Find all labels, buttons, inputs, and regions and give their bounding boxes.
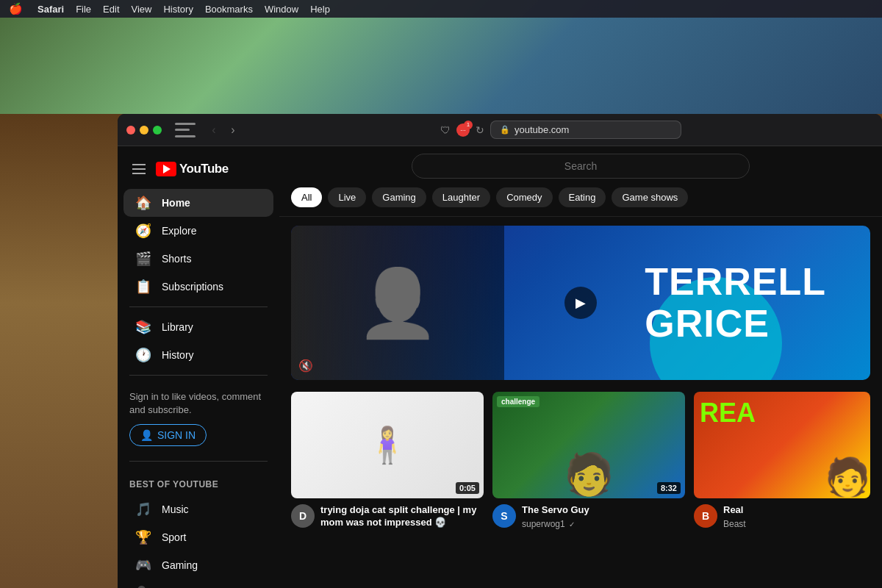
history-menu[interactable]: History <box>163 4 193 15</box>
sidebar-item-subscriptions[interactable]: 📋 Subscriptions <box>123 273 273 301</box>
video-row: 🧍‍♀️ 0:05 D trying doja cat split challe… <box>291 392 870 531</box>
sport-icon: 🏆 <box>135 529 151 545</box>
best-of-title: BEST OF YOUTUBE <box>118 473 279 495</box>
sidebar-explore-label: Explore <box>162 225 196 237</box>
filter-bar: All Live Gaming Laughter Comedy Eating G… <box>279 179 882 217</box>
video-card-1[interactable]: 🧍‍♀️ 0:05 D trying doja cat split challe… <box>291 392 484 531</box>
lock-icon: 🔒 <box>500 125 510 135</box>
video-title-3: Real <box>723 504 870 517</box>
sidebar-gaming-label: Gaming <box>162 559 198 571</box>
filter-eating[interactable]: Eating <box>559 187 606 207</box>
browser-window: ‹ › 🛡 ··· 1 ↻ 🔒 youtube.com <box>118 114 882 588</box>
filter-comedy[interactable]: Comedy <box>496 187 552 207</box>
filter-all[interactable]: All <box>291 187 322 207</box>
apple-menu-icon[interactable]: 🍎 <box>9 2 23 15</box>
youtube-header: YouTube <box>118 152 279 189</box>
video-title-2: The Servo Guy <box>522 504 685 517</box>
video-title-1: trying doja cat split challenge | my mom… <box>320 504 484 529</box>
sidebar-item-explore[interactable]: 🧭 Explore <box>123 217 273 245</box>
video-card-2[interactable]: challenge 🧑 8:32 S The Servo Guy superwo… <box>492 392 685 531</box>
sidebar-toggle-button[interactable] <box>175 123 196 137</box>
hero-face-image: 👤 <box>291 226 504 380</box>
sidebar-item-sport[interactable]: 🏆 Sport <box>123 523 273 551</box>
bookmarks-menu[interactable]: Bookmarks <box>205 4 253 15</box>
channel-avatar-2: S <box>492 504 516 528</box>
filter-game-shows[interactable]: Game shows <box>612 187 688 207</box>
sign-in-button[interactable]: 👤 SIGN IN <box>129 424 207 446</box>
help-menu[interactable]: Help <box>310 4 330 15</box>
refresh-icon[interactable]: ↻ <box>476 124 484 136</box>
view-menu[interactable]: View <box>132 4 152 15</box>
verified-badge-2: ✓ <box>569 520 575 528</box>
minimize-button[interactable] <box>140 126 148 135</box>
shield-icon: 🛡 <box>440 124 451 136</box>
filter-laughter[interactable]: Laughter <box>432 187 490 207</box>
sidebar-item-shorts[interactable]: 🎬 Shorts <box>123 245 273 273</box>
channel-avatar-3: B <box>694 504 717 528</box>
movies-icon: 🎥 <box>135 585 151 588</box>
sidebar-history-label: History <box>162 349 194 361</box>
video-thumb-1: 🧍‍♀️ 0:05 <box>291 392 484 498</box>
sidebar-item-home[interactable]: 🏠 Home <box>123 189 273 217</box>
gaming-icon: 🎮 <box>135 557 151 573</box>
safari-menu[interactable]: Safari <box>37 4 64 15</box>
notification-badge: 1 <box>464 121 473 129</box>
video-meta-1: trying doja cat split challenge | my mom… <box>320 504 484 531</box>
nav-arrows: ‹ › <box>206 122 241 138</box>
back-button[interactable]: ‹ <box>206 122 222 138</box>
window-menu[interactable]: Window <box>265 4 298 15</box>
notifications-button[interactable]: ··· 1 <box>456 123 470 137</box>
address-field[interactable]: 🔒 youtube.com <box>490 121 681 139</box>
history-icon: 🕐 <box>135 347 151 363</box>
video-thumb-3: REA 🧑 <box>694 392 870 498</box>
explore-icon: 🧭 <box>135 223 151 239</box>
youtube-logo-text: YouTube <box>179 162 229 176</box>
sidebar-subscriptions-label: Subscriptions <box>162 281 223 293</box>
sidebar-shorts-label: Shorts <box>162 253 191 265</box>
traffic-lights <box>126 126 162 135</box>
filter-gaming[interactable]: Gaming <box>372 187 426 207</box>
sidebar-item-gaming[interactable]: 🎮 Gaming <box>123 551 273 579</box>
sidebar-item-music[interactable]: 🎵 Music <box>123 495 273 523</box>
youtube-main: All Live Gaming Laughter Comedy Eating G… <box>279 146 882 588</box>
file-menu[interactable]: File <box>76 4 91 15</box>
video-thumb-2: challenge 🧑 8:32 <box>492 392 685 498</box>
sidebar-item-history[interactable]: 🕐 History <box>123 341 273 369</box>
sidebar-divider-3 <box>129 461 268 462</box>
music-icon: 🎵 <box>135 501 151 517</box>
forward-button[interactable]: › <box>225 122 241 138</box>
hero-banner[interactable]: 👤 TERRELLGRICE ▶ 🔇 <box>291 226 870 380</box>
sign-in-text: Sign in to like videos, comment and subs… <box>129 390 268 417</box>
video-info-2: S The Servo Guy superwog1 ✓ <box>492 504 685 529</box>
video-card-3[interactable]: REA 🧑 B Real Beast <box>694 392 870 531</box>
maximize-button[interactable] <box>153 126 162 135</box>
youtube-topbar <box>279 146 882 179</box>
hamburger-button[interactable] <box>129 161 148 177</box>
hero-mute-icon[interactable]: 🔇 <box>298 359 313 373</box>
video-channel-2: superwog1 ✓ <box>522 519 685 529</box>
youtube-logo[interactable]: YouTube <box>156 162 229 176</box>
sign-in-person-icon: 👤 <box>140 429 153 441</box>
channel-avatar-1: D <box>291 504 315 528</box>
video-duration-2: 8:32 <box>657 482 681 494</box>
sidebar-divider-2 <box>129 375 268 376</box>
address-bar-area: 🛡 ··· 1 ↻ 🔒 youtube.com <box>248 121 873 139</box>
video-duration-1: 0:05 <box>456 482 479 494</box>
close-button[interactable] <box>126 126 135 135</box>
video-tag: challenge <box>497 396 539 407</box>
sidebar-item-movies[interactable]: 🎥 Movies & shows <box>123 579 273 588</box>
edit-menu[interactable]: Edit <box>103 4 119 15</box>
hero-play-button[interactable]: ▶ <box>564 287 597 319</box>
sidebar-library-label: Library <box>162 321 193 333</box>
youtube-logo-icon <box>156 162 176 176</box>
library-icon: 📚 <box>135 319 151 335</box>
best-of-section: BEST OF YOUTUBE 🎵 Music 🏆 Sport 🎮 Gaming… <box>118 467 279 588</box>
sidebar-home-label: Home <box>162 197 190 209</box>
subscriptions-icon: 📋 <box>135 279 151 295</box>
home-icon: 🏠 <box>135 195 151 211</box>
sidebar-item-library[interactable]: 📚 Library <box>123 313 273 341</box>
search-input[interactable] <box>412 154 750 179</box>
sign-in-label: SIGN IN <box>157 429 196 441</box>
mac-menubar: 🍎 Safari File Edit View History Bookmark… <box>0 0 882 18</box>
filter-live[interactable]: Live <box>328 187 366 207</box>
